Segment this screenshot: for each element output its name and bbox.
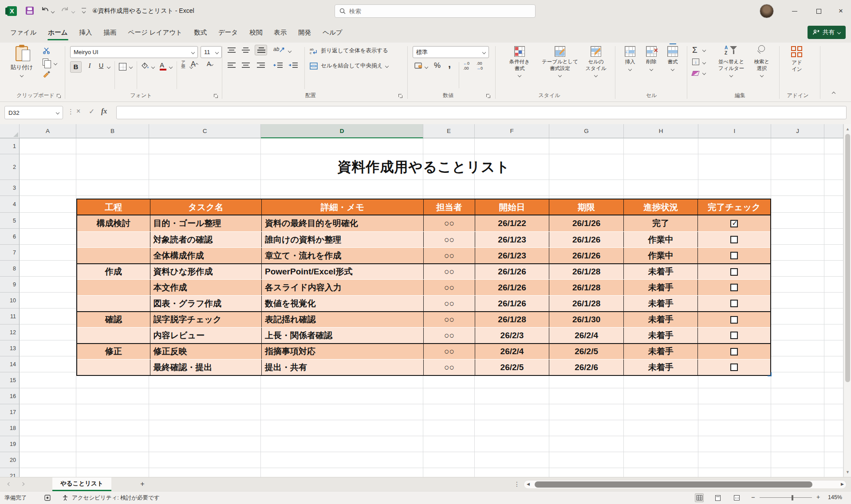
table-header-cell[interactable]: 期限: [549, 199, 623, 215]
grid-cell[interactable]: [20, 229, 76, 245]
grid-cell[interactable]: [76, 468, 149, 477]
table-cell-detail[interactable]: 上長・関係者確認: [261, 328, 423, 343]
grid-cell[interactable]: [76, 180, 149, 196]
scroll-right-icon[interactable]: ▶: [841, 482, 844, 486]
zoom-slider[interactable]: [760, 497, 812, 498]
grid-cell[interactable]: [771, 324, 824, 340]
autosum-icon[interactable]: Σ: [692, 45, 697, 55]
table-cell-owner[interactable]: ○○: [423, 248, 475, 263]
minimize-button[interactable]: [784, 0, 805, 22]
grid-cell[interactable]: [149, 388, 261, 404]
clear-dropdown-icon[interactable]: [702, 71, 706, 75]
align-right-icon[interactable]: [256, 62, 265, 69]
grid-cell[interactable]: [771, 340, 824, 356]
grid-cell[interactable]: [20, 138, 76, 154]
formula-input[interactable]: [116, 106, 847, 119]
column-header-F[interactable]: F: [475, 124, 549, 138]
grid-cell[interactable]: [824, 138, 843, 154]
currency-dropdown-icon[interactable]: [425, 65, 428, 69]
excel-app-icon[interactable]: X: [7, 6, 17, 16]
undo-dropdown-icon[interactable]: [51, 10, 55, 13]
grid-cell[interactable]: [20, 180, 76, 196]
grid-cell[interactable]: [20, 340, 76, 356]
grid-cell[interactable]: [698, 180, 771, 196]
grid-cell[interactable]: [824, 356, 843, 372]
column-header-partial[interactable]: [824, 124, 843, 138]
table-cell-start[interactable]: 26/1/26: [475, 296, 549, 311]
underline-button[interactable]: U: [97, 62, 106, 69]
decrease-indent-icon[interactable]: [273, 62, 283, 69]
scroll-left-icon[interactable]: ◀: [527, 482, 530, 486]
grid-cell[interactable]: [20, 372, 76, 388]
table-cell-task[interactable]: 目的・ゴール整理: [150, 215, 261, 231]
table-cell-due[interactable]: 26/1/30: [549, 312, 623, 327]
ribbon-tab-描画[interactable]: 描画: [98, 22, 122, 43]
table-cell-task[interactable]: 最終確認・提出: [150, 359, 261, 375]
horizontal-scrollbar[interactable]: ◀ ▶: [524, 480, 847, 489]
grid-cell[interactable]: [423, 436, 475, 452]
paste-button[interactable]: 貼り付け: [11, 46, 33, 78]
copy-dropdown-icon[interactable]: [54, 62, 57, 65]
table-cell-start[interactable]: 26/1/26: [475, 264, 549, 279]
grid-cell[interactable]: [824, 154, 843, 180]
italic-button[interactable]: I: [85, 62, 94, 70]
font-dialog-launcher-icon[interactable]: [214, 94, 218, 98]
ribbon-tab-数式[interactable]: 数式: [188, 22, 213, 43]
ribbon-tab-表示[interactable]: 表示: [268, 22, 292, 43]
table-cell-owner[interactable]: ○○: [423, 328, 475, 343]
grid-cell[interactable]: [549, 388, 624, 404]
grid-cell[interactable]: [771, 452, 824, 468]
font-color-dropdown-icon[interactable]: [169, 65, 173, 69]
grid-cell[interactable]: [698, 436, 771, 452]
grid-cell[interactable]: [261, 180, 423, 196]
table-cell-detail[interactable]: 表記揺れ確認: [261, 312, 423, 327]
table-header-cell[interactable]: 進捗状況: [623, 199, 698, 215]
grid-cell[interactable]: [20, 261, 76, 277]
grid-cell[interactable]: [624, 138, 698, 154]
select-all-corner[interactable]: [0, 124, 20, 138]
checkbox-unchecked[interactable]: [730, 348, 738, 356]
grid-cell[interactable]: [20, 245, 76, 261]
share-button[interactable]: 共有: [808, 26, 846, 39]
wrap-text-button[interactable]: abc 折り返して全体を表示する: [310, 47, 388, 55]
grid-cell[interactable]: [698, 138, 771, 154]
table-header-cell[interactable]: 工程: [77, 199, 150, 215]
row-header-15[interactable]: 15: [0, 372, 20, 388]
row-header-3[interactable]: 3: [0, 180, 20, 196]
sheet-tab-active[interactable]: やることリスト: [52, 477, 111, 491]
table-cell-process[interactable]: 修正: [77, 344, 150, 359]
merge-center-button[interactable]: セルを結合して中央揃え: [310, 62, 388, 70]
table-cell-task[interactable]: 本文作成: [150, 280, 261, 295]
grid-cell[interactable]: [771, 213, 824, 229]
grid-cell[interactable]: [824, 324, 843, 340]
row-header-1[interactable]: 1: [0, 138, 20, 154]
grid-cell[interactable]: [20, 324, 76, 340]
row-header-14[interactable]: 14: [0, 356, 20, 372]
grid-cell[interactable]: [549, 468, 624, 477]
grid-cell[interactable]: [771, 154, 824, 180]
grid-cell[interactable]: [149, 452, 261, 468]
ribbon-tab-校閲[interactable]: 校閲: [244, 22, 268, 43]
grid-cell[interactable]: [824, 468, 843, 477]
find-select-button[interactable]: 検索と 選択: [749, 45, 775, 78]
grid-cell[interactable]: [771, 196, 824, 213]
ribbon-tab-ファイル[interactable]: ファイル: [4, 22, 42, 43]
grid-cell[interactable]: [20, 452, 76, 468]
table-cell-process[interactable]: [77, 296, 150, 311]
table-cell-process[interactable]: 構成検討: [77, 215, 150, 231]
table-cell-start[interactable]: 26/1/28: [475, 312, 549, 327]
grid-cell[interactable]: [261, 138, 423, 154]
table-cell-task[interactable]: 対象読者の確認: [150, 232, 261, 247]
decrease-decimal-icon[interactable]: .00→0: [477, 61, 483, 71]
grid-cell[interactable]: [475, 180, 549, 196]
ribbon-tab-ヘルプ[interactable]: ヘルプ: [317, 22, 348, 43]
table-cell-process[interactable]: [77, 248, 150, 263]
avatar[interactable]: [760, 4, 774, 18]
table-cell-process[interactable]: [77, 359, 150, 375]
row-header-4[interactable]: 4: [0, 196, 20, 213]
grid-cell[interactable]: [824, 388, 843, 404]
table-cell-owner[interactable]: ○○: [423, 280, 475, 295]
grid-cell[interactable]: [771, 420, 824, 436]
conditional-formatting-button[interactable]: 条件付き 書式: [500, 46, 539, 78]
grid-cell[interactable]: [423, 138, 475, 154]
